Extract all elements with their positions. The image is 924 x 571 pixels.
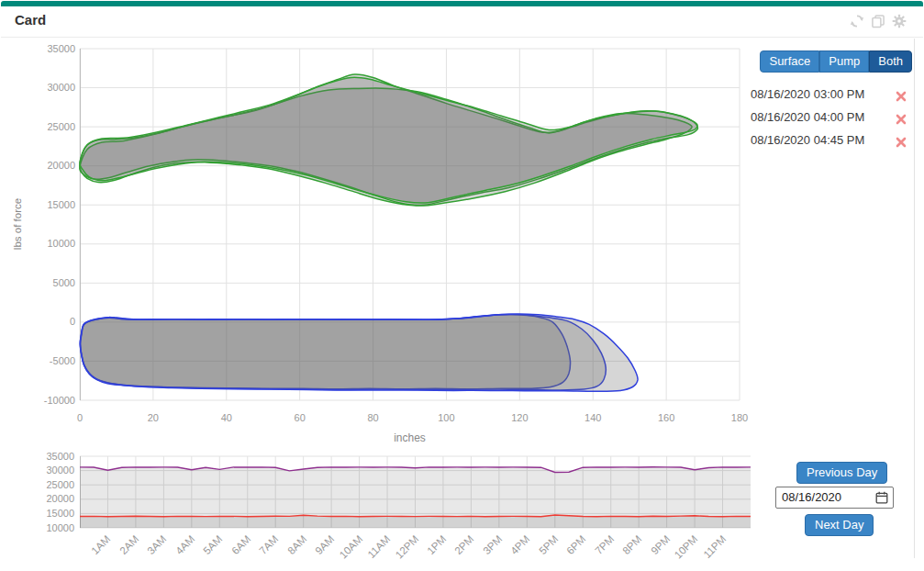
card-timestamp: 08/16/2020 03:00 PM xyxy=(751,87,864,101)
page-title: Card xyxy=(15,12,46,28)
refresh-icon[interactable] xyxy=(850,14,864,28)
y-tick-label: -10000 xyxy=(33,395,75,406)
y-tick-label: 10000 xyxy=(19,522,74,533)
y-tick-label: 10000 xyxy=(33,238,75,249)
card-timestamp: 08/16/2020 04:45 PM xyxy=(751,133,864,147)
delete-card-icon[interactable] xyxy=(896,135,907,146)
copy-icon[interactable] xyxy=(871,14,885,28)
y-tick-label: 25000 xyxy=(19,479,74,490)
card-panel: Card xyxy=(0,0,924,571)
y-tick-label: 15000 xyxy=(33,199,75,210)
x-tick-label: 120 xyxy=(501,412,538,423)
x-tick-label: 100 xyxy=(428,412,464,423)
next-day-button[interactable]: Next Day xyxy=(805,514,874,536)
card-timestamp: 08/16/2020 04:00 PM xyxy=(751,110,864,124)
date-input[interactable] xyxy=(782,488,866,505)
header-toolbar xyxy=(850,14,907,28)
card-timestamp-row: 08/16/2020 03:00 PM xyxy=(751,83,912,106)
y-tick-label: 15000 xyxy=(19,508,74,519)
x-tick-label: 160 xyxy=(648,412,685,423)
date-picker[interactable] xyxy=(775,487,894,509)
x-tick-label: 180 xyxy=(721,412,758,423)
card-timestamp-list: 08/16/2020 03:00 PM08/16/2020 04:00 PM08… xyxy=(751,83,912,151)
gear-icon[interactable] xyxy=(892,14,907,28)
y-tick-label: 30000 xyxy=(19,465,74,476)
y-tick-label: 30000 xyxy=(33,82,75,93)
x-tick-label: 60 xyxy=(282,412,318,423)
toggle-pump-button[interactable]: Pump xyxy=(819,50,869,73)
y-tick-label: 25000 xyxy=(33,121,75,132)
toggle-surface-button[interactable]: Surface xyxy=(760,50,819,73)
y-tick-label: 20000 xyxy=(19,493,74,504)
card-chart: lbs of force inches 35000300002500020000… xyxy=(80,49,740,400)
x-tick-label: 140 xyxy=(574,412,611,423)
y-tick-label: -5000 xyxy=(33,355,75,366)
trend-chart-canvas xyxy=(80,456,751,528)
card-chart-canvas xyxy=(80,49,740,400)
x-tick-label: 20 xyxy=(135,412,172,423)
y-tick-label: 5000 xyxy=(33,277,75,288)
y-tick-label: 0 xyxy=(33,316,75,327)
view-toggle-group: SurfacePumpBoth xyxy=(760,50,912,73)
x-axis-title: inches xyxy=(80,431,740,444)
trend-chart: 3500030000250002000015000100001AM2AM3AM4… xyxy=(80,456,751,528)
accent-bar xyxy=(1,1,923,6)
previous-day-button[interactable]: Previous Day xyxy=(796,462,887,484)
delete-card-icon[interactable] xyxy=(896,89,907,100)
x-tick-label: 80 xyxy=(355,412,392,423)
y-axis-title: lbs of force xyxy=(12,198,23,250)
header-divider xyxy=(1,37,923,38)
delete-card-icon[interactable] xyxy=(896,112,907,123)
card-timestamp-row: 08/16/2020 04:00 PM xyxy=(751,106,912,129)
card-timestamp-row: 08/16/2020 04:45 PM xyxy=(751,129,912,151)
calendar-icon[interactable] xyxy=(875,491,888,508)
y-tick-label: 35000 xyxy=(19,451,74,462)
y-tick-label: 35000 xyxy=(33,43,75,54)
panel-divider xyxy=(914,39,915,558)
x-tick-label: 0 xyxy=(61,412,98,423)
toggle-both-button[interactable]: Both xyxy=(869,50,912,73)
x-tick-label: 40 xyxy=(208,412,245,423)
y-tick-label: 20000 xyxy=(33,160,75,171)
